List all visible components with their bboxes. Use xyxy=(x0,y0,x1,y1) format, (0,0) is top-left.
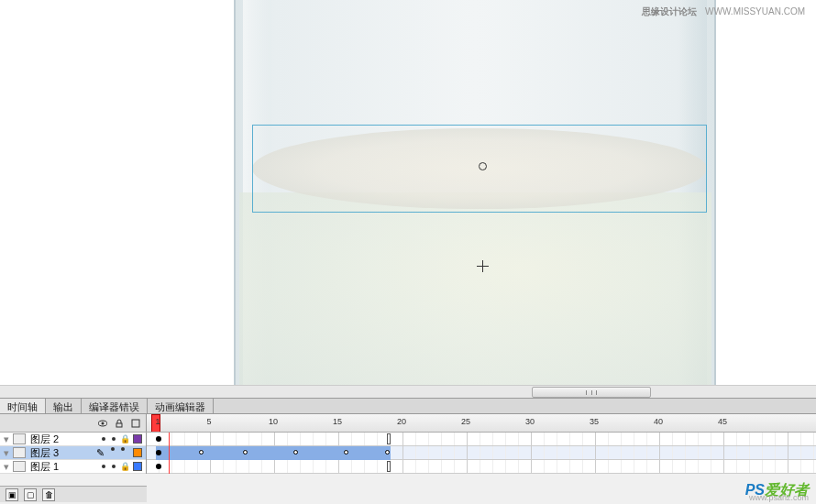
timeline-footer: ▣ ▢ 🗑 xyxy=(0,486,147,502)
layer-name[interactable]: 图层 1 xyxy=(28,460,102,474)
lock-header-icon[interactable] xyxy=(115,419,124,428)
tween-span[interactable] xyxy=(156,446,391,460)
stage-horizontal-scrollbar[interactable] xyxy=(0,385,816,398)
layers-area: ▾ 图层 2 🔒 ▾ 图层 3 ✎ ▾ 图层 1 🔒 xyxy=(0,433,816,474)
visibility-dot-icon[interactable] xyxy=(102,465,105,468)
watermark-top: 思缘设计论坛 WWW.MISSYUAN.COM xyxy=(642,5,805,18)
layer-fold-icon[interactable]: ▾ xyxy=(0,461,13,473)
stage-canvas[interactable] xyxy=(0,0,816,385)
layer-row[interactable]: ▾ 图层 1 🔒 xyxy=(0,460,146,474)
keyframe-icon[interactable] xyxy=(156,436,161,442)
layer-color-swatch[interactable] xyxy=(133,448,142,457)
frame-track[interactable] xyxy=(147,446,816,460)
frame-track[interactable] xyxy=(147,460,816,474)
registration-point-icon xyxy=(477,260,489,272)
layer-column-header xyxy=(0,414,147,432)
keyframe-icon[interactable] xyxy=(156,464,161,469)
delete-layer-button[interactable]: 🗑 xyxy=(42,488,55,501)
ruler-tick: 1 xyxy=(151,417,164,426)
frame-track[interactable] xyxy=(147,433,816,446)
svg-rect-2 xyxy=(116,423,122,427)
tab-anim-editor[interactable]: 动画编辑器 xyxy=(148,399,214,413)
watermark-bottom: PS爱好者 www.psahz.com xyxy=(745,481,809,500)
playhead-line[interactable] xyxy=(169,433,170,474)
scrollbar-grip-icon xyxy=(586,390,597,395)
scrollbar-thumb[interactable] xyxy=(532,387,651,398)
keyframe-icon[interactable] xyxy=(156,450,161,455)
ruler-tick: 35 xyxy=(588,417,601,426)
liquid-fill xyxy=(239,192,711,385)
new-layer-button[interactable]: ▣ xyxy=(6,488,18,501)
frame-span-end-icon[interactable] xyxy=(387,461,391,472)
frames-area[interactable] xyxy=(147,433,816,474)
ruler-tick: 15 xyxy=(331,417,344,426)
ruler-tick: 5 xyxy=(203,417,215,426)
watermark-bottom-url: www.psahz.com xyxy=(749,493,809,502)
layer-color-swatch[interactable] xyxy=(133,434,142,444)
svg-point-1 xyxy=(102,422,105,424)
property-keyframe-icon[interactable] xyxy=(293,450,298,455)
layer-type-icon xyxy=(13,447,26,458)
tab-timeline[interactable]: 时间轴 xyxy=(0,399,46,413)
layer-row[interactable]: ▾ 图层 3 ✎ xyxy=(0,446,146,460)
ruler-tick: 30 xyxy=(524,417,536,426)
outline-header-icon[interactable] xyxy=(131,419,140,428)
lock-icon[interactable]: 🔒 xyxy=(120,434,129,444)
layer-row[interactable]: ▾ 图层 2 🔒 xyxy=(0,433,146,446)
property-keyframe-icon[interactable] xyxy=(243,450,248,455)
ruler-tick: 45 xyxy=(716,417,729,426)
timeline-panel: 1 5 10 15 20 25 30 35 40 45 ▾ 图层 2 🔒 ▾ xyxy=(0,414,816,504)
layer-type-icon xyxy=(13,461,26,472)
ruler-tick: 25 xyxy=(459,417,472,426)
watermark-top-url: WWW.MISSYUAN.COM xyxy=(705,6,805,16)
pen-icon: ✎ xyxy=(96,447,105,459)
frame-grid xyxy=(147,460,816,473)
visibility-header-icon[interactable] xyxy=(98,419,107,428)
layer-names-column: ▾ 图层 2 🔒 ▾ 图层 3 ✎ ▾ 图层 1 🔒 xyxy=(0,433,147,474)
visibility-dot-icon[interactable] xyxy=(112,437,116,441)
tab-compiler-errors[interactable]: 编译器错误 xyxy=(82,399,148,413)
layer-color-swatch[interactable] xyxy=(133,462,142,471)
new-folder-button[interactable]: ▢ xyxy=(24,488,37,501)
frame-ruler[interactable]: 1 5 10 15 20 25 30 35 40 45 xyxy=(147,414,816,432)
layer-name[interactable]: 图层 2 xyxy=(28,433,102,446)
ruler-tick: 40 xyxy=(652,417,665,426)
lock-icon[interactable]: 🔒 xyxy=(120,462,129,471)
ruler-tick: 10 xyxy=(267,417,280,426)
frame-span-end-icon[interactable] xyxy=(387,433,391,444)
visibility-dot-icon[interactable] xyxy=(121,447,125,451)
frame-grid xyxy=(147,433,816,445)
layer-fold-icon[interactable]: ▾ xyxy=(0,447,13,459)
svg-rect-3 xyxy=(132,420,139,427)
property-keyframe-icon[interactable] xyxy=(344,450,348,455)
layer-type-icon xyxy=(13,433,26,444)
layer-name[interactable]: 图层 3 xyxy=(28,446,96,460)
timeline-header: 1 5 10 15 20 25 30 35 40 45 xyxy=(0,414,816,433)
transform-anchor-icon[interactable] xyxy=(479,162,487,170)
property-keyframe-icon[interactable] xyxy=(385,450,390,455)
ruler-tick: 20 xyxy=(395,417,408,426)
visibility-dot-icon[interactable] xyxy=(112,465,116,468)
tab-output[interactable]: 输出 xyxy=(46,399,82,413)
visibility-dot-icon[interactable] xyxy=(102,437,105,441)
property-keyframe-icon[interactable] xyxy=(199,450,204,455)
visibility-dot-icon[interactable] xyxy=(111,447,115,451)
watermark-top-title: 思缘设计论坛 xyxy=(642,6,697,16)
layer-fold-icon[interactable]: ▾ xyxy=(0,433,13,445)
panel-tab-bar: 时间轴 输出 编译器错误 动画编辑器 xyxy=(0,398,816,414)
